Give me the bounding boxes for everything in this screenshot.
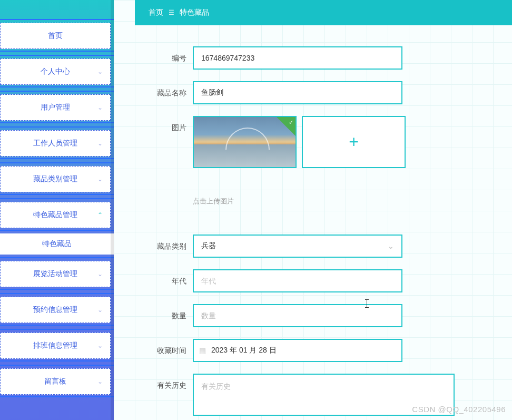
sidebar-item-label: 用户管理 bbox=[41, 103, 70, 112]
name-label: 藏品名称 bbox=[151, 81, 193, 98]
chevron-down-icon: ⌄ bbox=[97, 140, 103, 147]
era-label: 年代 bbox=[151, 269, 193, 286]
sidebar-item-label: 工作人员管理 bbox=[33, 139, 77, 148]
sidebar-item-category[interactable]: 藏品类别管理 ⌄ bbox=[0, 166, 111, 192]
breadcrumb: 首页 ☰ 特色藏品 bbox=[135, 0, 512, 25]
uploaded-image[interactable]: ✓ bbox=[193, 116, 297, 168]
collect-time-input-wrapper: ▦ bbox=[193, 339, 402, 362]
sidebar-item-schedule[interactable]: 排班信息管理 ⌄ bbox=[0, 333, 111, 359]
history-label: 有关历史 bbox=[151, 374, 193, 390]
category-select[interactable]: 兵器 ⌄ bbox=[193, 235, 402, 258]
main-content: 首页 ☰ 特色藏品 编号 藏品名称 图片 ✓ bbox=[114, 0, 512, 420]
breadcrumb-divider-icon: ☰ bbox=[169, 9, 174, 16]
calendar-icon: ▦ bbox=[199, 346, 206, 355]
chevron-down-icon: ⌄ bbox=[97, 68, 103, 75]
era-input[interactable] bbox=[201, 277, 394, 285]
sidebar-subitem-label: 特色藏品 bbox=[42, 239, 72, 249]
category-value: 兵器 bbox=[201, 241, 216, 251]
sidebar-item-users[interactable]: 用户管理 ⌄ bbox=[0, 94, 111, 121]
sidebar-subitem-collection-list[interactable]: 特色藏品 bbox=[0, 233, 114, 255]
collect-time-input[interactable] bbox=[211, 346, 394, 355]
form: 编号 藏品名称 图片 ✓ + bbox=[135, 37, 512, 420]
chevron-up-icon: ⌃ bbox=[97, 211, 103, 219]
chevron-down-icon: ⌄ bbox=[97, 175, 103, 183]
sidebar-item-reservation[interactable]: 预约信息管理 ⌄ bbox=[0, 297, 111, 323]
sidebar-item-label: 展览活动管理 bbox=[33, 269, 77, 279]
collect-time-label: 收藏时间 bbox=[151, 339, 193, 356]
chevron-down-icon: ⌄ bbox=[97, 104, 103, 111]
image-label: 图片 bbox=[151, 116, 193, 133]
name-input[interactable] bbox=[201, 89, 394, 97]
breadcrumb-current: 特色藏品 bbox=[180, 8, 209, 17]
chevron-down-icon: ⌄ bbox=[97, 306, 103, 314]
id-label: 编号 bbox=[151, 46, 193, 63]
sidebar-item-messages[interactable]: 留言板 ⌄ bbox=[0, 368, 111, 395]
chevron-down-icon: ⌄ bbox=[97, 342, 103, 349]
upload-button[interactable]: + bbox=[302, 116, 406, 168]
era-input-wrapper bbox=[193, 269, 402, 292]
chevron-down-icon: ⌄ bbox=[388, 242, 394, 250]
plus-icon: + bbox=[349, 132, 359, 152]
sidebar-item-personal[interactable]: 个人中心 ⌄ bbox=[0, 58, 111, 85]
sidebar-item-label: 排班信息管理 bbox=[33, 341, 77, 350]
text-cursor bbox=[367, 299, 367, 308]
sidebar-item-label: 留言板 bbox=[44, 377, 66, 386]
sidebar-item-exhibition[interactable]: 展览活动管理 ⌄ bbox=[0, 261, 111, 287]
sidebar-item-label: 特色藏品管理 bbox=[33, 210, 77, 220]
sidebar-item-label: 首页 bbox=[48, 31, 63, 41]
sidebar-item-label: 藏品类别管理 bbox=[33, 174, 77, 184]
id-input[interactable] bbox=[201, 54, 394, 62]
id-input-wrapper bbox=[193, 46, 402, 70]
sidebar-item-label: 个人中心 bbox=[41, 67, 70, 76]
sidebar: 首页 个人中心 ⌄ 用户管理 ⌄ 工作人员管理 ⌄ 藏品类别管理 ⌄ 特色藏品管… bbox=[0, 0, 114, 420]
check-icon: ✓ bbox=[289, 119, 293, 126]
watermark: CSDN @QQ_402205496 bbox=[412, 405, 506, 414]
chevron-down-icon: ⌄ bbox=[97, 378, 103, 385]
sidebar-item-staff[interactable]: 工作人员管理 ⌄ bbox=[0, 130, 111, 157]
sidebar-item-label: 预约信息管理 bbox=[33, 305, 77, 315]
quantity-input-wrapper bbox=[193, 304, 402, 327]
category-label: 藏品类别 bbox=[151, 235, 193, 251]
upload-hint: 点击上传图片 bbox=[193, 197, 234, 206]
quantity-input[interactable] bbox=[201, 311, 394, 320]
name-input-wrapper bbox=[193, 81, 402, 104]
quantity-label: 数量 bbox=[151, 304, 193, 321]
chevron-down-icon: ⌄ bbox=[97, 270, 103, 278]
sidebar-item-home[interactable]: 首页 bbox=[0, 23, 111, 49]
sidebar-item-collection[interactable]: 特色藏品管理 ⌃ bbox=[0, 202, 111, 228]
breadcrumb-home[interactable]: 首页 bbox=[149, 8, 163, 17]
